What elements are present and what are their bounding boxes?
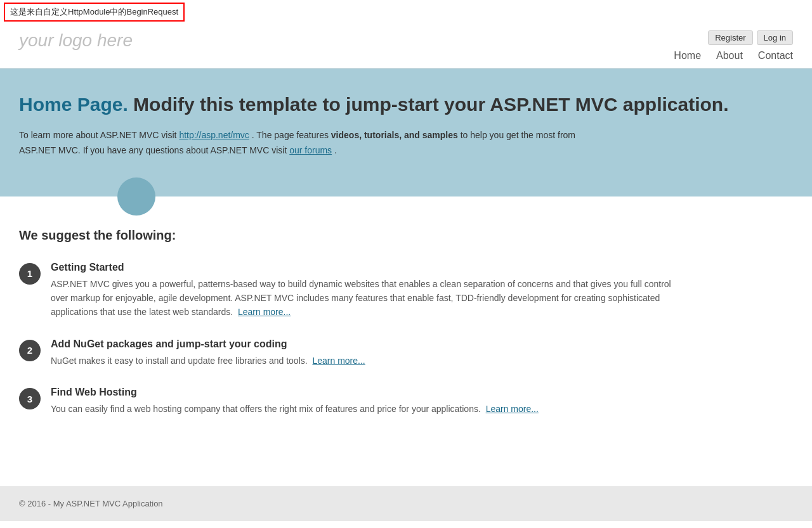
header: your logo here Register Log in Home Abou… [0,24,812,68]
nav-contact[interactable]: Contact [758,50,793,68]
hero-section: Home Page. Modify this template to jump-… [0,68,812,196]
main-content: We suggest the following: 1 Getting Star… [0,196,698,461]
hero-highlight: videos, tutorials, and samples [331,130,458,140]
step-2-learn-more[interactable]: Learn more... [312,356,365,366]
step-desc-2: NuGet makes it easy to install and updat… [51,354,365,368]
hero-body-pre: To learn more about ASP.NET MVC visit [19,130,179,140]
step-content-3: Find Web Hosting You can easily find a w… [51,387,539,416]
register-button[interactable]: Register [708,30,752,45]
step-1-learn-more[interactable]: Learn more... [238,307,291,317]
nav-about[interactable]: About [716,50,743,68]
step-title-1: Getting Started [51,262,679,273]
step-desc-3: You can easily find a web hosting compan… [51,402,539,416]
begin-request-banner: 这是来自自定义HttpModule中的BeginRequest [0,0,812,24]
step-title-2: Add NuGet packages and jump-start your c… [51,338,365,350]
header-right: Register Log in Home About Contact [674,30,793,68]
logo: your logo here [19,30,133,57]
step-number-2: 2 [19,340,41,361]
hero-body: To learn more about ASP.NET MVC visit ht… [19,128,590,158]
step-item-3: 3 Find Web Hosting You can easily find a… [19,387,679,416]
hero-circle-decoration [117,177,155,216]
hero-body-end: . [332,145,337,155]
step-number-1: 1 [19,263,41,285]
login-button[interactable]: Log in [757,30,793,45]
step-3-learn-more[interactable]: Learn more... [486,404,539,414]
bottom-space [0,521,812,528]
step-number-3: 3 [19,388,41,409]
aspnet-mvc-link[interactable]: http://asp.net/mvc [179,130,249,140]
nav-home[interactable]: Home [674,50,701,68]
hero-body-mid: . The page features [249,130,331,140]
step-desc-1: ASP.NET MVC gives you a powerful, patter… [51,277,679,319]
footer-text: © 2016 - My ASP.NET MVC Application [19,499,163,508]
step-title-3: Find Web Hosting [51,387,539,398]
step-content-1: Getting Started ASP.NET MVC gives you a … [51,262,679,319]
step-item-1: 1 Getting Started ASP.NET MVC gives you … [19,262,679,319]
step-item-2: 2 Add NuGet packages and jump-start your… [19,338,679,368]
forums-link[interactable]: our forums [289,145,332,155]
suggest-heading: We suggest the following: [19,228,679,243]
hero-title-bold: Home Page. [19,94,128,115]
main-nav: Home About Contact [674,50,793,68]
step-content-2: Add NuGet packages and jump-start your c… [51,338,365,368]
auth-links: Register Log in [708,30,793,45]
footer: © 2016 - My ASP.NET MVC Application [0,486,812,521]
hero-title: Home Page. Modify this template to jump-… [19,94,793,115]
hero-title-rest: Modify this template to jump-start your … [128,94,729,115]
